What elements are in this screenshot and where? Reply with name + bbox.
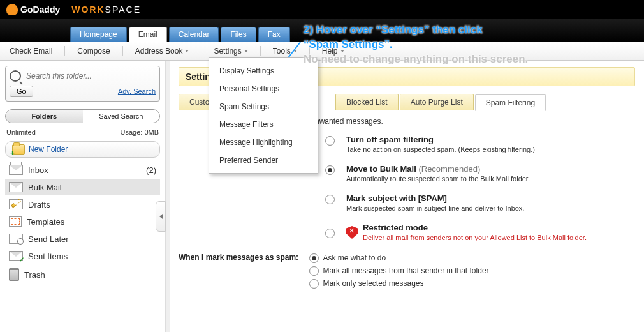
dd-display-settings[interactable]: Display Settings (209, 62, 318, 80)
folder-list: Inbox(2) Bulk Mail Drafts Templates Send… (5, 162, 160, 285)
folder-saved-toggle: Folders Saved Search (5, 109, 160, 123)
chevron-down-icon (340, 50, 344, 52)
folder-inbox[interactable]: Inbox(2) (5, 162, 160, 179)
toggle-folders[interactable]: Folders (6, 110, 83, 123)
app-tabs: Homepage Email Calendar Files Fax (0, 19, 644, 42)
toggle-saved-search[interactable]: Saved Search (83, 110, 160, 123)
menu-bar: Check Email Compose Address Book Setting… (0, 42, 644, 61)
menu-help[interactable]: Help (316, 44, 350, 58)
radio-when-all[interactable] (309, 266, 319, 276)
when-only: Mark only selected messages (309, 278, 488, 289)
adv-search-link[interactable]: Adv. Search (118, 87, 156, 95)
tab-calendar[interactable]: Calendar (169, 27, 219, 42)
chevron-down-icon (244, 50, 248, 52)
menu-tools[interactable]: Tools (267, 44, 303, 58)
workspace-label: WORKSPACE (71, 4, 141, 15)
settings-tab-spam-filtering[interactable]: Spam Filtering (475, 94, 546, 111)
usage-row: Unlimited Usage: 0MB (6, 128, 159, 136)
chevron-down-icon (293, 50, 297, 52)
dd-personal-settings[interactable]: Personal Settings (209, 80, 318, 98)
radio-when-only[interactable] (309, 279, 319, 289)
new-folder-label: New Folder (29, 145, 68, 154)
settings-tab-auto-purge[interactable]: Auto Purge List (400, 94, 474, 110)
menu-check-email[interactable]: Check Email (4, 44, 58, 58)
dd-message-highlighting[interactable]: Message Highlighting (209, 133, 318, 151)
plus-icon: + (10, 149, 15, 158)
clock-icon (9, 234, 23, 244)
radio-restricted[interactable] (325, 229, 335, 238)
dd-message-filters[interactable]: Message Filters (209, 116, 318, 133)
folder-templates[interactable]: Templates (5, 213, 160, 230)
search-icon (10, 70, 21, 82)
collapse-sidebar-button[interactable] (156, 201, 166, 232)
sent-icon (9, 251, 23, 261)
when-label: When I mark messages as spam: (179, 252, 298, 262)
shield-icon (346, 226, 358, 239)
menu-compose[interactable]: Compose (71, 44, 115, 58)
inbox-icon (9, 165, 23, 175)
folder-trash[interactable]: Trash (5, 265, 160, 285)
trash-icon (9, 268, 19, 281)
inbox-count: (2) (146, 165, 156, 175)
chevron-down-icon (185, 50, 189, 52)
radio-turn-off[interactable] (325, 136, 335, 146)
tab-homepage[interactable]: Homepage (70, 27, 127, 42)
folder-icon: + (12, 144, 25, 155)
search-box: Go Adv. Search (5, 66, 160, 102)
quota-label: Unlimited (6, 128, 36, 136)
option-restricted: Restricted modeDeliver all mail from sen… (325, 223, 635, 242)
brand-bar: GoDaddy WORKSPACE (0, 0, 644, 19)
dd-spam-settings[interactable]: Spam Settings (209, 98, 318, 116)
tab-fax[interactable]: Fax (258, 27, 290, 42)
folder-send-later[interactable]: Send Later (5, 230, 160, 248)
when-mark-spam-row: When I mark messages as spam: Ask me wha… (179, 252, 635, 290)
content-area: Go Adv. Search Folders Saved Search Unli… (0, 61, 644, 332)
envelope-icon (9, 182, 23, 192)
new-folder-button[interactable]: + New Folder (5, 141, 160, 158)
sidebar: Go Adv. Search Folders Saved Search Unli… (0, 61, 166, 332)
usage-label: Usage: 0MB (120, 128, 159, 136)
folder-sent-items[interactable]: Sent Items (5, 248, 160, 265)
godaddy-head-icon (6, 4, 18, 15)
folder-drafts[interactable]: Drafts (5, 196, 160, 213)
when-ask: Ask me what to do (309, 252, 488, 263)
option-mark-subject: Mark subject with [SPAM]Mark suspected s… (325, 193, 635, 213)
menu-address-book[interactable]: Address Book (129, 44, 195, 58)
settings-tab-blocked[interactable]: Blocked List (335, 94, 399, 110)
dd-preferred-sender[interactable]: Preferred Sender (209, 151, 318, 169)
radio-when-ask[interactable] (309, 253, 319, 263)
search-go-button[interactable]: Go (10, 86, 33, 97)
search-input[interactable] (25, 71, 156, 81)
settings-dropdown: Display Settings Personal Settings Spam … (209, 57, 318, 174)
option-turn-off: Turn off spam filteringTake no action on… (325, 135, 635, 154)
menu-settings[interactable]: Settings (208, 44, 253, 58)
option-bulk: Move to Bulk Mail (Recommended)Automatic… (325, 164, 635, 183)
tab-files[interactable]: Files (221, 27, 256, 42)
tab-email[interactable]: Email (129, 27, 167, 42)
when-all: Mark all messages from that sender in th… (309, 265, 488, 276)
draft-icon (9, 199, 23, 209)
template-icon (9, 216, 22, 227)
godaddy-logo: GoDaddy (6, 4, 60, 15)
brand-text: GoDaddy (20, 4, 60, 15)
radio-bulk[interactable] (325, 165, 335, 175)
radio-mark-subject[interactable] (325, 195, 335, 204)
folder-bulk-mail[interactable]: Bulk Mail (5, 179, 160, 196)
